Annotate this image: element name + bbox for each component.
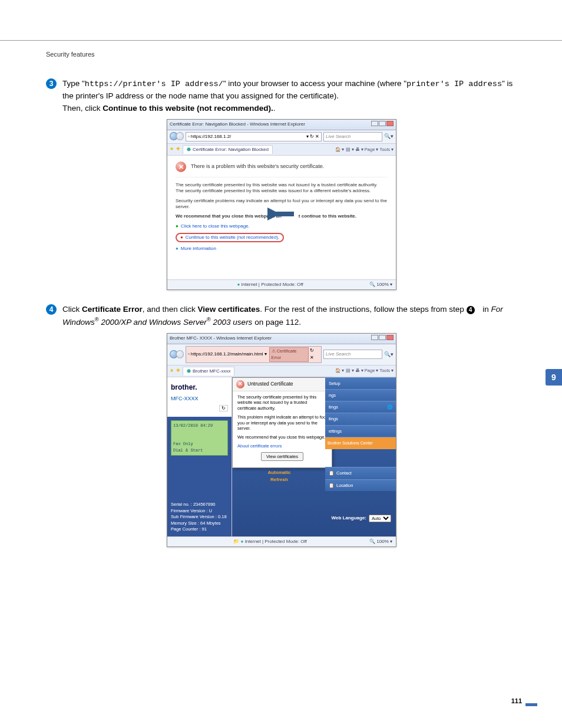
- s4-p3: on page 112.: [252, 318, 301, 327]
- menu-setup[interactable]: Setup: [325, 377, 396, 389]
- brother-solutions-center[interactable]: Brother Solutions Center: [325, 437, 396, 450]
- s4-b1: Certificate Error: [82, 305, 143, 314]
- browser-tab-2[interactable]: ⬣ Brother MFC-xxxx: [183, 367, 234, 375]
- untrusted-cert-popup: ✕ Untrusted Certificate The security cer…: [232, 377, 332, 468]
- info-serial: Serial no. : 234567890: [171, 502, 228, 508]
- step3-addr: printer's IP address: [406, 80, 502, 88]
- menu-contact[interactable]: 📋 Contact: [325, 467, 396, 479]
- ie-status-bar: ● Internet | Protected Mode: Off 🔍 100% …: [167, 279, 396, 289]
- web-lang-label: Web Language:: [332, 515, 366, 522]
- step3-url: https://printer's IP address/: [85, 80, 223, 88]
- window-controls-2[interactable]: [371, 335, 394, 342]
- lcd-line1: Fax Only: [173, 441, 226, 447]
- step-number-3: 3: [46, 78, 57, 89]
- status-text-2: Internet | Protected Mode: Off: [245, 539, 307, 544]
- address-text-2: https://192.168.1.2/main/main.html: [191, 351, 263, 358]
- zoom-level[interactable]: 🔍 100% ▾: [369, 281, 392, 288]
- tab-label-2: Brother MFC-xxxx: [193, 368, 230, 375]
- more-information-link[interactable]: More information: [176, 246, 216, 251]
- info-memory: Memory Size : 64 Mbytes: [171, 521, 228, 527]
- globe-icon: 🌐: [387, 404, 392, 410]
- refresh-icon[interactable]: ▾ ↻ ✕: [306, 133, 319, 140]
- info-pagecounter: Page Counter : 91: [171, 526, 228, 533]
- step3-mid: " into your browser to access your machi…: [223, 79, 406, 88]
- certificate-error-badge[interactable]: ⚠ Certificate Error: [269, 347, 309, 362]
- lcd-display: 13/02/2010 04:29 Fax Only Dial & Start: [171, 420, 228, 456]
- about-cert-errors-link[interactable]: About certificate errors: [237, 443, 282, 449]
- ie-tab-bar-2: ★ ✚ ⬣ Brother MFC-xxxx 🏠 ▾ ▤ ▾ 🖶 ▾ Page …: [167, 365, 396, 377]
- add-fav-icon[interactable]: ✚: [176, 146, 180, 153]
- step-4: 4 Click Certificate Error, and then clic…: [46, 304, 517, 328]
- brother-menu: Setup ngs tings 🌐 tings ettings Brother …: [325, 377, 396, 491]
- view-certificates-button[interactable]: View certificates: [261, 452, 303, 461]
- ie-titlebar: Certificate Error: Navigation Blocked - …: [167, 120, 396, 130]
- brother-sidebar: brother. MFC-XXXX ↻ 13/02/2010 04:29 Fax…: [167, 377, 232, 536]
- brother-page: brother. MFC-XXXX ↻ 13/02/2010 04:29 Fax…: [167, 377, 396, 536]
- menu-location[interactable]: 📋 Location: [325, 479, 396, 491]
- menu-item[interactable]: ettings: [325, 425, 396, 437]
- popup-p1: The security certificate presented by th…: [237, 394, 327, 411]
- ie-window-cert-error: Certificate Error: Navigation Blocked - …: [167, 119, 396, 290]
- ie-title-text: Certificate Error: Navigation Blocked - …: [170, 121, 305, 129]
- web-language-select[interactable]: Auto: [369, 515, 391, 522]
- continue-website-link[interactable]: Continue to this website (not recommende…: [176, 233, 284, 242]
- zoom-level-2[interactable]: 🔍 100% ▾: [369, 538, 392, 545]
- s4-pre: Click: [62, 305, 82, 314]
- s4-i3: 2003 users: [211, 318, 253, 327]
- s4-i2: 2000/XP and Windows Server: [99, 318, 207, 327]
- search-go-icon[interactable]: 🔍▾: [384, 133, 394, 141]
- popup-shield-icon: ✕: [236, 380, 244, 388]
- step3-then-pre: Then, click: [62, 104, 103, 113]
- shield-icon: ⬣: [187, 146, 191, 153]
- refresh-icon-2[interactable]: ↻ ✕: [310, 347, 319, 361]
- brother-logo: brother.: [171, 382, 228, 393]
- favorites-icon-2[interactable]: ★: [170, 367, 174, 374]
- menu-item[interactable]: tings: [325, 413, 396, 424]
- web-language: Web Language: Auto: [332, 515, 391, 522]
- info-subfirmware: Sub Firmware Version : 0.18: [171, 514, 228, 521]
- footer-accent: [525, 703, 537, 706]
- cert-error-page: ✕ There is a problem with this website's…: [167, 156, 396, 279]
- cert-error-heading: There is a problem with this website's s…: [191, 163, 324, 171]
- window-controls[interactable]: [371, 121, 394, 129]
- step3-then-post: .: [273, 104, 276, 113]
- chapter-tab: 9: [546, 369, 562, 386]
- forward-button[interactable]: [176, 132, 184, 140]
- step-number-4: 4: [46, 304, 57, 315]
- info-firmware: Firmware Version : U: [171, 508, 228, 515]
- ie-toolbar-2[interactable]: 🏠 ▾ ▤ ▾ 🖶 ▾ Page ▾ Tools ▾: [335, 367, 394, 374]
- close-webpage-link[interactable]: Click here to close this webpage.: [176, 223, 250, 229]
- ie-titlebar-2: Brother MFC- XXXX - Windows Internet Exp…: [167, 334, 396, 344]
- refresh-lcd-icon[interactable]: ↻: [219, 405, 228, 411]
- brother-model: MFC-XXXX: [171, 395, 228, 403]
- address-bar-2[interactable]: ▫ https://192.168.1.2/main/main.html ▾ ⚠…: [186, 346, 322, 363]
- search-go-icon-2[interactable]: 🔍▾: [384, 351, 394, 359]
- add-fav-icon-2[interactable]: ✚: [176, 367, 180, 374]
- step-3: 3 Type "https://printer's IP address/" i…: [46, 78, 517, 114]
- page-number: 111: [511, 697, 522, 704]
- forward-button-2[interactable]: [176, 350, 184, 358]
- ie-toolbar[interactable]: 🏠 ▾ ▤ ▾ 🖶 ▾ Page ▾ Tools ▾: [335, 146, 394, 153]
- cert-para-1: The security certificate presented by th…: [176, 182, 388, 195]
- auto-refresh-label: Automatic Refresh: [250, 469, 309, 483]
- search-box[interactable]: Live Search: [323, 132, 382, 141]
- favorites-icon[interactable]: ★: [170, 146, 174, 153]
- s4-r2: ®: [207, 316, 211, 322]
- device-info: Serial no. : 234567890 Firmware Version …: [167, 498, 232, 536]
- page-icon-2: ▫: [188, 351, 190, 358]
- ie-status-bar-2: 📁 ● Internet | Protected Mode: Off 🔍 100…: [167, 536, 396, 546]
- search-box-2[interactable]: Live Search: [323, 350, 382, 359]
- address-text: https://192.168.1.2/: [191, 133, 232, 140]
- s4-p2: in: [481, 305, 491, 314]
- s4-mid: , and then click: [143, 305, 198, 314]
- address-bar[interactable]: ▫ https://192.168.1.2/ ▾ ↻ ✕: [186, 132, 322, 141]
- section-header: Security features: [46, 51, 95, 58]
- browser-tab[interactable]: ⬣ Certificate Error: Navigation Blocked: [183, 145, 273, 154]
- s4-b2: View certificates: [198, 305, 260, 314]
- ie2-title-text: Brother MFC- XXXX - Windows Internet Exp…: [170, 335, 272, 342]
- callout-arrow-head: [267, 207, 280, 220]
- s4-p1: . For the rest of the instructions, foll…: [260, 305, 466, 314]
- menu-item[interactable]: tings 🌐: [325, 401, 396, 413]
- menu-item[interactable]: ngs: [325, 389, 396, 401]
- page-tab-icon: ⬣: [187, 368, 191, 375]
